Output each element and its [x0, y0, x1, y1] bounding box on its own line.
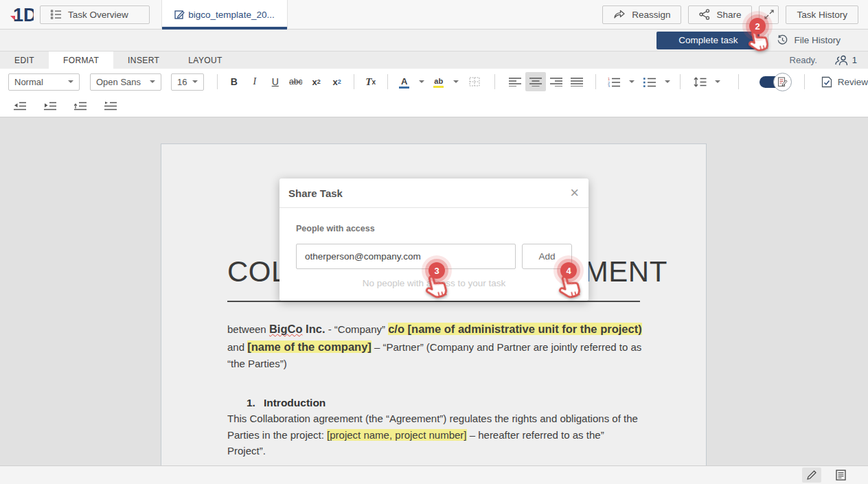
text-segment: [name of the company] [247, 341, 372, 353]
diagonal-arrows-icon [764, 10, 774, 19]
close-icon[interactable]: × [570, 185, 579, 200]
divider [804, 74, 805, 89]
menu-tab-insert[interactable]: INSERT [113, 51, 174, 69]
modal-title: Share Task [288, 187, 343, 199]
decrease-indent-button[interactable] [10, 96, 30, 115]
chevron-down-icon [715, 80, 720, 83]
divider [217, 74, 218, 89]
highlight-color-bar [433, 86, 444, 88]
task-history-label: Task History [797, 10, 847, 20]
divider [680, 74, 681, 89]
user-presence[interactable]: 1 [835, 55, 857, 66]
font-size-value: 16 [177, 77, 187, 87]
app-window: 1D Task Overview bigco_template_20... [0, 0, 868, 484]
task-history-button[interactable]: Task History [786, 5, 858, 24]
modal-header: Share Task × [279, 178, 589, 208]
reassign-button[interactable]: Reassign [602, 5, 681, 24]
file-history-button[interactable]: File History [777, 34, 858, 46]
divider [387, 74, 388, 89]
paragraph-style-select[interactable]: Normal [8, 73, 80, 91]
menu-tab-layout[interactable]: LAYOUT [174, 51, 237, 69]
status-bar [0, 465, 868, 484]
reassign-arrow-icon [613, 10, 626, 19]
hanging-indent-icon [74, 102, 87, 111]
review-check-icon [821, 76, 832, 88]
underline-button[interactable]: U [265, 72, 286, 91]
chevron-down-icon [192, 80, 198, 83]
text-segment: - “Company” [325, 323, 388, 335]
clear-formatting-button[interactable]: Tx [361, 72, 381, 91]
task-overview-button[interactable]: Task Overview [40, 5, 150, 24]
document-tab-label: bigco_template_20... [188, 10, 274, 20]
font-color-button[interactable]: A [394, 72, 424, 91]
borders-button[interactable] [464, 72, 485, 91]
strikethrough-button[interactable]: abc [286, 72, 306, 91]
first-line-indent-button[interactable] [100, 96, 121, 115]
divider [738, 74, 739, 89]
menu-tab-edit[interactable]: EDIT [0, 51, 49, 69]
increase-indent-button[interactable] [40, 96, 60, 115]
file-history-label: File History [794, 35, 841, 45]
document-tab[interactable]: bigco_template_20... [161, 0, 288, 30]
numbered-list-button[interactable]: 1 2 3 [604, 72, 635, 91]
clearfmt-t: T [365, 76, 372, 88]
text-segment: c/o [name of administrative unit for the… [388, 323, 641, 335]
email-input[interactable] [296, 244, 516, 269]
highlight-color-button[interactable]: ab [429, 72, 459, 91]
hanging-indent-button[interactable] [70, 96, 91, 115]
people-with-access-label: People with access [296, 224, 572, 233]
brand-logo-icon: 1D [6, 3, 34, 25]
align-left-button[interactable] [505, 72, 525, 91]
strike-label: abc [289, 77, 302, 87]
highlight-letters: ab [434, 78, 443, 85]
introduction-paragraph: This Collaboration agreement (the “Agree… [227, 411, 642, 459]
align-right-button[interactable] [546, 72, 567, 91]
track-changes-toggle[interactable] [760, 73, 792, 91]
divider [494, 74, 495, 89]
indent-toolbar [0, 95, 868, 117]
superscript-button[interactable]: x2 [306, 72, 327, 91]
text-segment: and [227, 341, 247, 353]
font-size-select[interactable]: 16 [171, 73, 204, 91]
italic-button[interactable]: I [244, 72, 265, 91]
align-left-icon [509, 78, 521, 87]
line-spacing-icon [694, 77, 707, 87]
ready-status: Ready. [790, 55, 817, 65]
align-center-button[interactable] [525, 72, 546, 91]
edit-mode-button[interactable] [802, 468, 821, 483]
history-clock-icon [777, 34, 788, 46]
topbar-actions: Reassign Share Task History [602, 5, 868, 24]
numbered-list-icon: 1 2 3 [608, 77, 621, 87]
edit-document-icon [174, 10, 185, 20]
chevron-down-icon [665, 80, 670, 83]
chevron-down-icon [629, 80, 635, 83]
paragraph-style-value: Normal [14, 77, 43, 87]
line-spacing-button[interactable] [690, 72, 720, 91]
decrease-indent-icon [14, 102, 26, 111]
increase-indent-icon [44, 102, 56, 111]
text-document-icon [836, 470, 846, 481]
review-button[interactable]: Review [821, 76, 868, 88]
step-badge-2: 2 [749, 18, 766, 34]
divider [354, 74, 354, 89]
subscript-button[interactable]: x2 [327, 72, 347, 91]
clearfmt-x: x [372, 78, 376, 86]
bullet-list-button[interactable] [640, 72, 670, 91]
chevron-down-icon [68, 80, 73, 83]
step-badge-4: 4 [560, 262, 577, 279]
section-title: Introduction [264, 397, 326, 408]
font-family-select[interactable]: Open Sans [90, 73, 161, 91]
reassign-label: Reassign [632, 10, 670, 20]
menu-tab-format[interactable]: FORMAT [49, 51, 113, 69]
section-number: 1. [247, 397, 255, 408]
share-icon [699, 9, 710, 20]
align-center-icon [529, 78, 542, 87]
step-badge-3: 3 [429, 262, 445, 279]
font-color-letter: A [401, 77, 407, 86]
action-bar: Complete task File History [0, 30, 868, 51]
align-right-icon [550, 78, 562, 87]
view-mode-button[interactable] [831, 468, 850, 483]
bold-button[interactable]: B [224, 72, 244, 91]
share-button[interactable]: Share [688, 5, 752, 24]
align-justify-button[interactable] [567, 72, 587, 91]
